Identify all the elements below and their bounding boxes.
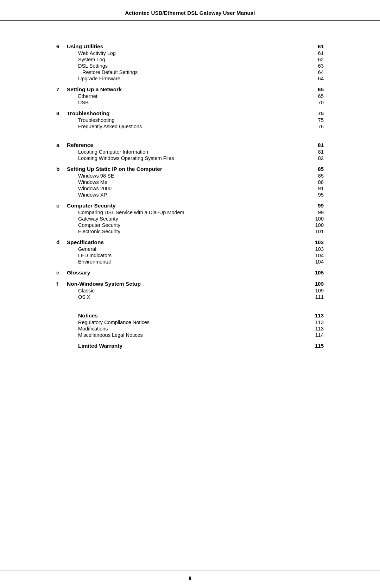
toc-entry-page: 103 xyxy=(306,239,324,245)
toc-item-page: 61 xyxy=(306,50,324,56)
toc-item-page: 104 xyxy=(306,253,324,258)
toc-item-page: 100 xyxy=(306,222,324,228)
toc-item-page: 65 xyxy=(306,93,324,99)
toc-item-label: Windows XP xyxy=(67,192,306,198)
toc-entry-label: Non-Windows System Setup xyxy=(67,281,306,287)
toc-item-page: 95 xyxy=(306,192,324,198)
toc-row: USB70 xyxy=(56,100,324,105)
toc-chapter-number: d xyxy=(56,239,67,246)
toc-row: Locating Computer Information81 xyxy=(56,149,324,155)
toc-row: Frequently Asked Questions76 xyxy=(56,124,324,129)
toc-row: Windows 98 SE85 xyxy=(56,173,324,179)
toc-item-label: Locating Computer Information xyxy=(67,149,306,155)
toc-item-page: 101 xyxy=(306,229,324,234)
toc-row: General103 xyxy=(56,246,324,252)
toc-chapter-number: a xyxy=(56,142,67,148)
toc-item-page: 114 xyxy=(306,332,324,338)
toc-item-page: 104 xyxy=(306,259,324,265)
toc-item-label: Windows Me xyxy=(67,179,306,185)
toc-row: Windows 200091 xyxy=(56,186,324,191)
toc-item-page: 99 xyxy=(306,210,324,215)
toc-item-page: 111 xyxy=(306,294,324,300)
toc-item-label: Gateway Security xyxy=(67,216,306,222)
page: Actiontec USB/Ethernet DSL Gateway User … xyxy=(0,0,380,588)
toc-row: LED Indicators104 xyxy=(56,253,324,258)
toc-item-page: 113 xyxy=(306,320,324,325)
toc-row: eGlossary105 xyxy=(56,270,324,276)
toc-item-page: 75 xyxy=(306,117,324,123)
toc-entry-label: Setting Up a Network xyxy=(67,86,306,93)
toc-item-page: 113 xyxy=(306,326,324,332)
toc-row: Regulatory Compliance Notices113 xyxy=(56,320,324,325)
toc-entry-label: Limited Warranty xyxy=(67,343,306,349)
toc-item-label: Electronic Security xyxy=(67,229,306,234)
toc-entry-page: 61 xyxy=(306,43,324,49)
toc-row: Windows XP95 xyxy=(56,192,324,198)
toc-item-label: Ethernet xyxy=(67,93,306,99)
toc-chapter-number: 6 xyxy=(56,43,67,50)
toc-entry-page: 115 xyxy=(306,343,324,349)
toc-row: System Log62 xyxy=(56,57,324,62)
toc-entry-label: Reference xyxy=(67,142,306,148)
toc-chapter-number: 7 xyxy=(56,86,67,93)
toc-entry-label: Notices xyxy=(67,312,306,319)
toc-row: dSpecifications103 xyxy=(56,239,324,246)
toc-row: Web Activity Log61 xyxy=(56,50,324,56)
toc-content: 6Using Utilities61Web Activity Log61Syst… xyxy=(0,21,380,570)
toc-item-label: Miscellaneous Legal Notices xyxy=(67,332,306,338)
toc-row: OS X111 xyxy=(56,294,324,300)
toc-entry-page: 109 xyxy=(306,281,324,287)
toc-item-page: 63 xyxy=(306,63,324,69)
toc-entry-page: 105 xyxy=(306,270,324,276)
toc-item-label: Computer Security xyxy=(67,222,306,228)
toc-item-page: 100 xyxy=(306,216,324,222)
toc-item-label: DSL Settings xyxy=(67,63,306,69)
toc-item-page: 82 xyxy=(306,155,324,161)
toc-item-label: Locating Windows Operating System Files xyxy=(67,155,306,161)
toc-item-page: 64 xyxy=(306,69,324,75)
toc-row: Upgrade Firmware64 xyxy=(56,76,324,81)
toc-item-label: Windows 98 SE xyxy=(67,173,306,179)
toc-item-label: Upgrade Firmware xyxy=(67,76,306,81)
toc-item-label: Web Activity Log xyxy=(67,50,306,56)
toc-item-label: Regulatory Compliance Notices xyxy=(67,320,306,325)
toc-row: Limited Warranty115 xyxy=(56,343,324,349)
toc-item-page: 88 xyxy=(306,179,324,185)
toc-chapter-number: b xyxy=(56,166,67,172)
toc-row: fNon-Windows System Setup109 xyxy=(56,281,324,287)
toc-entry-page: 113 xyxy=(306,312,324,318)
toc-item-page: 85 xyxy=(306,173,324,179)
toc-row: Environmental104 xyxy=(56,259,324,265)
toc-entry-page: 65 xyxy=(306,86,324,92)
toc-row: 6Using Utilities61 xyxy=(56,43,324,50)
toc-item-label: Frequently Asked Questions xyxy=(67,124,306,129)
toc-row: Notices113 xyxy=(56,312,324,319)
toc-table: 6Using Utilities61Web Activity Log61Syst… xyxy=(56,43,324,349)
toc-item-label: Environmental xyxy=(67,259,306,265)
toc-row: Troubleshooting75 xyxy=(56,117,324,123)
toc-entry-label: Glossary xyxy=(67,270,306,276)
toc-spacer xyxy=(56,130,324,137)
toc-item-page: 76 xyxy=(306,124,324,129)
toc-entry-label: Specifications xyxy=(67,239,306,246)
toc-item-label: Modifications xyxy=(67,326,306,332)
toc-chapter-number: e xyxy=(56,270,67,276)
toc-chapter-number: c xyxy=(56,203,67,209)
toc-item-page: 70 xyxy=(306,100,324,105)
toc-item-label: Classic xyxy=(67,288,306,293)
toc-row: Ethernet65 xyxy=(56,93,324,99)
toc-item-page: 109 xyxy=(306,288,324,293)
toc-row: Locating Windows Operating System Files8… xyxy=(56,155,324,161)
toc-row: Miscellaneous Legal Notices114 xyxy=(56,332,324,338)
document-title: Actiontec USB/Ethernet DSL Gateway User … xyxy=(125,10,255,16)
toc-row: aReference81 xyxy=(56,142,324,148)
toc-chapter-number: f xyxy=(56,281,67,287)
toc-row: Restore Default Settings64 xyxy=(56,69,324,75)
toc-spacer xyxy=(56,301,324,308)
toc-chapter-number: 8 xyxy=(56,110,67,117)
toc-item-label: Troubleshooting xyxy=(67,117,306,123)
toc-item-label: Comparing DSL Service with a Dial-Up Mod… xyxy=(67,210,306,215)
toc-entry-page: 75 xyxy=(306,110,324,116)
toc-item-page: 62 xyxy=(306,57,324,62)
toc-entry-label: Computer Security xyxy=(67,203,306,209)
